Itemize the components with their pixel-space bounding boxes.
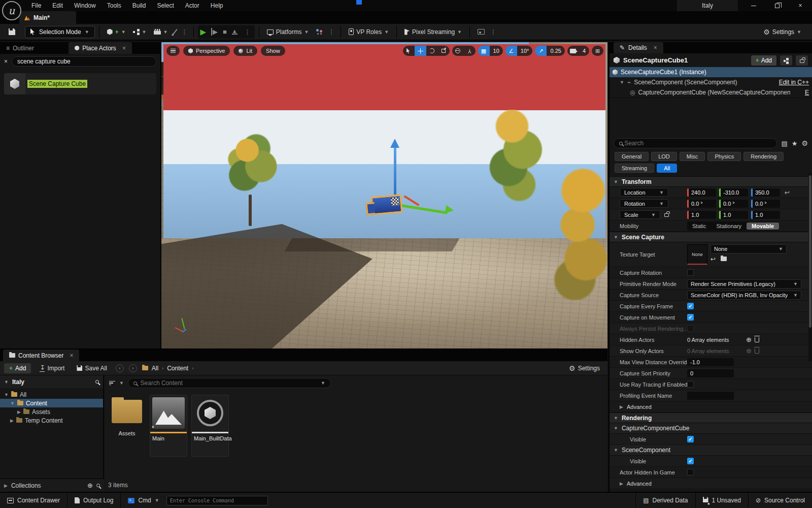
- capture-source-dropdown[interactable]: SceneColor (HDR) in RGB, Inv Opacity▼: [687, 291, 801, 300]
- scale-x-field[interactable]: 1.0: [687, 211, 716, 219]
- menu-file[interactable]: File: [26, 1, 46, 11]
- chevron-down-icon[interactable]: ▼: [119, 380, 124, 386]
- scale-tool-button[interactable]: [438, 46, 450, 56]
- asset-tile-main[interactable]: * Main: [150, 395, 187, 457]
- rotation-snap-button[interactable]: ∠: [505, 46, 517, 56]
- tab-outliner[interactable]: ≡Outliner: [0, 42, 40, 54]
- camera-speed-button[interactable]: [567, 46, 579, 56]
- component-row-scene-component[interactable]: ▼ ⌁ SceneComponent (SceneComponent) Edit…: [610, 77, 812, 87]
- cb-add-button[interactable]: +Add: [4, 363, 31, 373]
- tree-search-icon[interactable]: [95, 380, 99, 384]
- location-z-field[interactable]: 350.0: [751, 188, 780, 197]
- cb-save-all-button[interactable]: Save All: [73, 363, 110, 374]
- unreal-logo-icon[interactable]: u: [2, 1, 21, 20]
- subsection-scene-component[interactable]: ▼SceneComponent: [610, 445, 812, 456]
- restore-button[interactable]: [765, 0, 789, 11]
- output-log-button[interactable]: Output Log: [67, 493, 121, 508]
- surface-snapping-button[interactable]: Y: [464, 46, 476, 56]
- capture-on-movement-checkbox[interactable]: [687, 314, 694, 321]
- scale-z-field[interactable]: 1.0: [751, 211, 780, 219]
- visible-checkbox[interactable]: [687, 436, 694, 442]
- row-advanced-scene-capture[interactable]: ▶ Advanced: [610, 401, 812, 412]
- component-row-capture-component[interactable]: ◎ CaptureComponentCube (NewSceneCaptureC…: [610, 87, 812, 98]
- display-options-icon[interactable]: ▤: [781, 140, 787, 147]
- chevron-down-icon[interactable]: ▼: [321, 380, 325, 386]
- rotation-z-field[interactable]: 0.0 °: [751, 200, 780, 208]
- cmd-dropdown[interactable]: >_Cmd▼: [121, 493, 166, 508]
- forward-icon[interactable]: ›: [129, 364, 137, 372]
- multi-user-dots[interactable]: ⋮: [326, 28, 336, 36]
- perspective-dropdown[interactable]: Perspective: [183, 46, 230, 56]
- cinematics-dropdown[interactable]: ▼: [150, 27, 172, 37]
- close-icon[interactable]: ×: [122, 45, 126, 52]
- editor-modes-button[interactable]: [171, 26, 179, 37]
- filter-misc[interactable]: Misc: [680, 152, 705, 161]
- cb-settings-button[interactable]: ⚙Settings: [565, 362, 603, 374]
- tab-main-level[interactable]: Main*: [19, 11, 76, 24]
- unsaved-button[interactable]: 1 Unsaved: [696, 493, 749, 508]
- mobility-static[interactable]: Static: [687, 223, 712, 230]
- crumb-content[interactable]: Content: [167, 365, 188, 372]
- filter-physics[interactable]: Physics: [707, 152, 741, 161]
- filter-lod[interactable]: LOD: [651, 152, 677, 161]
- derived-data-button[interactable]: ▤Derived Data: [635, 493, 695, 508]
- actor-hidden-checkbox[interactable]: [687, 469, 694, 475]
- pixel-streaming-dropdown[interactable]: Pixel Streaming▼: [401, 26, 465, 38]
- place-actors-search-input[interactable]: [17, 58, 151, 65]
- favorites-star-icon[interactable]: ★: [792, 140, 798, 147]
- eject-button[interactable]: ▲: [232, 29, 238, 35]
- menu-edit[interactable]: Edit: [47, 1, 68, 11]
- asset-tile-main-builtdata[interactable]: Main_BuiltData: [191, 395, 229, 457]
- primitive-render-mode-dropdown[interactable]: Render Scene Primitives (Legacy)▼: [687, 279, 801, 289]
- rotation-snap-value[interactable]: 10°: [517, 46, 533, 56]
- close-button[interactable]: ×: [789, 0, 812, 11]
- multi-user-button[interactable]: [312, 27, 326, 37]
- edit-in-cpp-link[interactable]: Edit in C++: [779, 79, 809, 86]
- transform-gizmo[interactable]: [363, 143, 465, 239]
- menu-tools[interactable]: Tools: [102, 1, 126, 11]
- blueprints-dropdown[interactable]: ▼: [129, 27, 150, 37]
- scale-snap-value[interactable]: 0.25: [547, 46, 564, 56]
- blueprint-edit-button[interactable]: [780, 55, 792, 66]
- filter-streaming[interactable]: Streaming: [615, 164, 654, 173]
- grid-snap-button[interactable]: ▦: [478, 46, 490, 56]
- capture-every-frame-checkbox[interactable]: [687, 303, 694, 309]
- close-icon[interactable]: ×: [70, 352, 73, 359]
- tree-item-temp-content[interactable]: ▶Temp Content: [0, 416, 103, 425]
- edit-link-truncated[interactable]: E: [805, 89, 809, 96]
- mobility-stationary[interactable]: Stationary: [712, 223, 747, 230]
- tab-place-actors[interactable]: Place Actors×: [69, 42, 132, 54]
- source-control-button[interactable]: ⊘Source Control: [749, 493, 812, 508]
- rotate-tool-button[interactable]: [426, 46, 438, 56]
- trash-icon[interactable]: [755, 348, 759, 354]
- lit-dropdown[interactable]: Lit: [233, 46, 257, 56]
- console-command-field[interactable]: [166, 496, 268, 505]
- menu-build[interactable]: Build: [127, 1, 151, 11]
- media-capture-dots[interactable]: ⋮: [488, 28, 498, 36]
- tree-item-all[interactable]: ▼All: [0, 390, 103, 399]
- viewport-layout-button[interactable]: ⊞: [592, 46, 603, 56]
- capture-sort-priority-field[interactable]: 0: [687, 369, 734, 377]
- grid-snap-value[interactable]: 10: [490, 46, 503, 56]
- filter-general[interactable]: General: [615, 152, 649, 161]
- viewport-3d[interactable]: Perspective Lit Show Y ▦ 10 ∠ 10° ↗ 0.25: [161, 42, 607, 348]
- gizmo-z-axis[interactable]: [394, 148, 396, 195]
- platforms-dropdown[interactable]: Platforms▼: [263, 26, 313, 38]
- scene-capture-actor[interactable]: [371, 194, 403, 215]
- world-space-button[interactable]: [452, 46, 464, 56]
- use-ray-tracing-checkbox[interactable]: [687, 381, 694, 388]
- reset-location-icon[interactable]: ↩: [785, 189, 790, 196]
- menu-select[interactable]: Select: [152, 1, 179, 11]
- toolbar-overflow-dots[interactable]: ⋮: [179, 28, 189, 36]
- lock-button[interactable]: [796, 55, 808, 66]
- play-button[interactable]: ▶: [200, 27, 206, 37]
- tree-item-assets[interactable]: ▶Assets: [0, 407, 103, 416]
- close-icon[interactable]: ×: [654, 44, 657, 51]
- cb-import-button[interactable]: ↧Import: [36, 362, 68, 374]
- settings-dropdown[interactable]: ⚙Settings▼: [760, 26, 805, 38]
- row-advanced-rendering[interactable]: ▶ Advanced: [610, 478, 812, 489]
- clear-search-icon[interactable]: ×: [4, 58, 8, 65]
- add-collection-icon[interactable]: ⊕: [87, 482, 93, 489]
- filter-icon[interactable]: [109, 381, 115, 386]
- vp-roles-dropdown[interactable]: VP Roles▼: [345, 26, 392, 38]
